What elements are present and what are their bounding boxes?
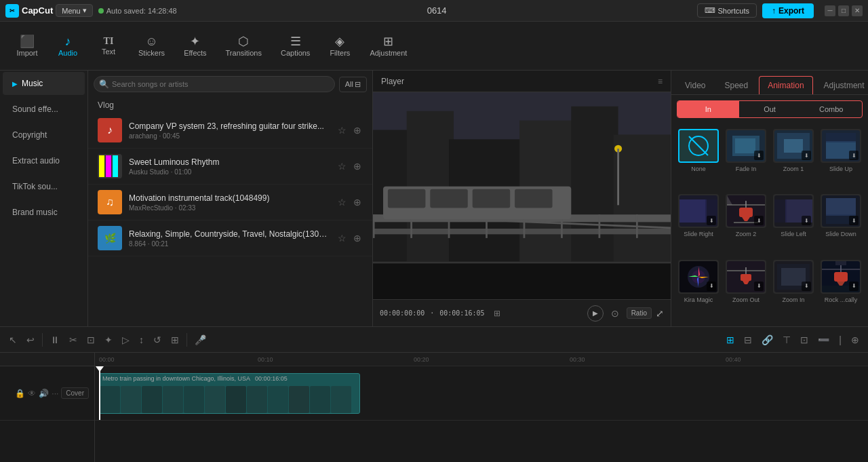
- ratio-button[interactable]: Ratio: [627, 307, 652, 319]
- music-item[interactable]: Sweet Luminous Rhythm Ausku Studio · 01:…: [88, 149, 372, 185]
- split-audio-button[interactable]: ⊟: [741, 332, 755, 348]
- audio-icon: ♪: [65, 35, 71, 47]
- screenshot-button[interactable]: ⊙: [608, 305, 623, 322]
- toolbar-transitions[interactable]: ⬡ Transitions: [218, 31, 270, 61]
- favorite-button[interactable]: ☆: [336, 123, 348, 137]
- mic-button[interactable]: 🎤: [191, 332, 210, 348]
- video-clip[interactable]: Metro train passing in downtown Chicago,…: [99, 373, 360, 414]
- frame: [121, 386, 141, 413]
- tab-animation[interactable]: Animation: [759, 76, 812, 94]
- split-button[interactable]: ⏸: [47, 332, 63, 348]
- flip-button[interactable]: ↕: [136, 332, 147, 348]
- play-button[interactable]: ▶: [587, 305, 604, 322]
- favorite-button[interactable]: ☆: [336, 159, 348, 173]
- subtab-out[interactable]: Out: [739, 101, 801, 117]
- effects-button[interactable]: ✦: [101, 332, 116, 348]
- toolbar-adjustment[interactable]: ⊞ Adjustment: [361, 31, 415, 61]
- link-button[interactable]: 🔗: [758, 332, 776, 348]
- toolbar-import[interactable]: ⬛ Import: [8, 31, 46, 61]
- minimize-button[interactable]: ─: [825, 5, 835, 16]
- zoom-in-tl[interactable]: |: [835, 332, 845, 348]
- animation-rock-cally[interactable]: ⬇ Rock ...cally: [819, 260, 863, 321]
- trim-button[interactable]: ⊡: [83, 332, 98, 348]
- subtab-combo[interactable]: Combo: [800, 101, 862, 117]
- zoom-out-tl[interactable]: ➖: [814, 332, 833, 348]
- zoom-track-button[interactable]: ⊡: [797, 332, 812, 348]
- music-item[interactable]: ♫ Motivation instrumental track(1048499)…: [88, 185, 372, 220]
- sidebar-item-brand-music[interactable]: Brand music: [3, 201, 85, 224]
- music-item[interactable]: ♪ Company VP system 23, refreshing guita…: [88, 113, 372, 149]
- music-thumb: ♫: [98, 190, 122, 214]
- sidebar-item-music[interactable]: ▶ Music: [3, 72, 85, 95]
- menu-button[interactable]: Menu ▾: [56, 4, 93, 17]
- animation-zoom-in[interactable]: ⬇ Zoom In: [772, 260, 815, 321]
- fullscreen-button[interactable]: ⤢: [656, 308, 664, 319]
- close-button[interactable]: ✕: [852, 5, 863, 16]
- toolbar-filters[interactable]: ◈ Filters: [321, 31, 359, 61]
- grid-button[interactable]: ⊞: [167, 332, 182, 348]
- animation-slide-up[interactable]: ⬇ Slide Up: [819, 129, 863, 190]
- frame: [163, 386, 183, 413]
- cover-label[interactable]: Cover: [61, 387, 89, 399]
- shortcuts-button[interactable]: ⌨ Shortcuts: [697, 3, 757, 18]
- main-area: ▶ Music Sound effe... Copyright Extract …: [0, 71, 868, 326]
- transitions-icon: ⬡: [238, 35, 249, 47]
- tab-video[interactable]: Video: [677, 76, 713, 94]
- play-tl-button[interactable]: ▷: [119, 332, 133, 348]
- download-icon: ⬇: [754, 282, 764, 291]
- lock-track-button[interactable]: 🔒: [15, 389, 25, 398]
- animation-zoom-out[interactable]: ⬇ Zoom Out: [724, 260, 768, 321]
- download-add-button[interactable]: ⊕: [352, 195, 363, 209]
- cursor-tool[interactable]: ↖: [5, 332, 20, 348]
- export-label: Export: [778, 6, 804, 16]
- align-button[interactable]: ⊤: [779, 332, 794, 348]
- download-add-button[interactable]: ⊕: [352, 231, 363, 245]
- video-track: Metro train passing in downtown Chicago,…: [95, 366, 868, 421]
- export-button[interactable]: ↑ Export: [762, 3, 814, 18]
- sidebar-item-extract-audio[interactable]: Extract audio: [3, 149, 85, 172]
- animation-slide-right[interactable]: ⬇ Slide Right: [677, 194, 720, 255]
- animation-slide-down[interactable]: ⬇ Slide Down: [819, 194, 863, 255]
- download-add-button[interactable]: ⊕: [352, 159, 363, 173]
- animation-slide-left[interactable]: ⬇ Slide Left: [772, 194, 815, 255]
- svg-rect-19: [373, 229, 671, 234]
- favorite-button[interactable]: ☆: [336, 195, 348, 209]
- more-button[interactable]: ···: [52, 389, 58, 398]
- animation-fade-in[interactable]: ⬇ Fade In: [724, 129, 768, 190]
- all-filter-button[interactable]: All ⊟: [339, 77, 367, 92]
- favorite-button[interactable]: ☆: [336, 231, 348, 245]
- animation-kira-magic[interactable]: ⬇ Kira Magic: [677, 260, 720, 321]
- sidebar-brand-music-label: Brand music: [12, 208, 58, 217]
- tab-adjustment[interactable]: Adjustment: [816, 76, 868, 94]
- subtab-in[interactable]: In: [677, 101, 739, 117]
- toolbar-audio[interactable]: ♪ Audio: [49, 31, 87, 61]
- search-input[interactable]: [94, 76, 335, 92]
- timeline-grid-button[interactable]: ⊞: [490, 306, 504, 321]
- zoom-fit-tl[interactable]: ⊕: [848, 332, 863, 348]
- rotate-button[interactable]: ↺: [150, 332, 165, 348]
- cut-button[interactable]: ✂: [66, 332, 81, 348]
- svg-rect-33: [473, 189, 510, 208]
- toolbar-effects[interactable]: ✦ Effects: [176, 31, 214, 61]
- snap-button[interactable]: ⊞: [723, 332, 738, 348]
- player-menu-icon: ≡: [658, 77, 663, 86]
- maximize-button[interactable]: □: [838, 5, 849, 16]
- download-add-button[interactable]: ⊕: [352, 123, 363, 137]
- tab-speed[interactable]: Speed: [716, 76, 756, 94]
- sidebar-item-sound-effects[interactable]: Sound effe...: [3, 98, 85, 121]
- animation-zoom-1[interactable]: ⬇ Zoom 1: [772, 129, 815, 190]
- sidebar-item-tiktok-sounds[interactable]: TikTok sou...: [3, 175, 85, 198]
- hide-track-button[interactable]: 👁: [28, 389, 36, 398]
- toolbar-stickers[interactable]: ☺ Stickers: [130, 31, 173, 61]
- animation-none[interactable]: None: [677, 129, 720, 190]
- mute-track-button[interactable]: 🔊: [39, 389, 49, 398]
- undo-button[interactable]: ↩: [23, 332, 38, 348]
- svg-rect-52: [679, 199, 707, 223]
- animation-zoom-2[interactable]: ⬇ Zoom 2: [724, 194, 768, 255]
- toolbar-captions[interactable]: ☰ Captions: [273, 31, 318, 61]
- toolbar-text[interactable]: TI Text: [90, 33, 127, 60]
- music-info: Sweet Luminous Rhythm Ausku Studio · 01:…: [129, 157, 330, 176]
- menu-label: Menu: [62, 7, 81, 15]
- sidebar-item-copyright[interactable]: Copyright: [3, 123, 85, 147]
- music-item[interactable]: 🌿 Relaxing, Simple, Countryside, Travel,…: [88, 220, 372, 256]
